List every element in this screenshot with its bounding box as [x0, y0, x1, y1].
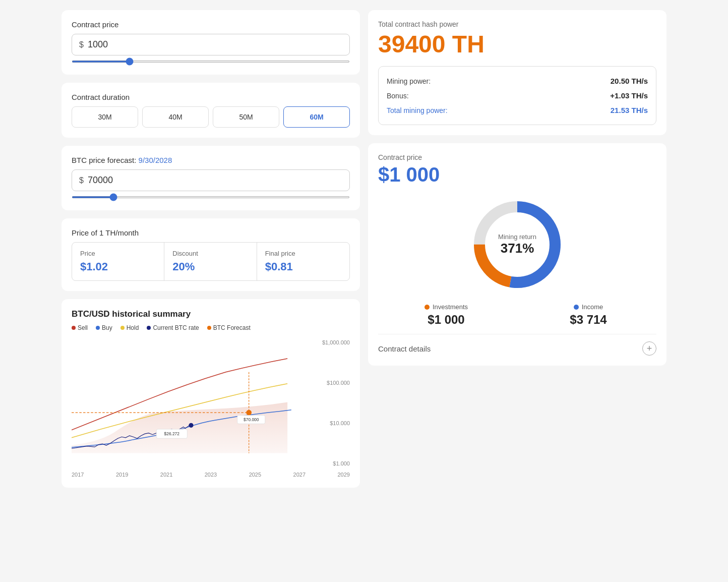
cp-value: $1 000	[378, 163, 656, 186]
cp-label: Contract price	[378, 153, 656, 161]
btc-forecast-currency: $	[79, 176, 84, 185]
contract-price-label: Contract price	[72, 20, 350, 29]
svg-text:$70.000: $70.000	[244, 417, 259, 422]
legend-hold-dot	[120, 326, 125, 330]
legend-current-dot	[147, 326, 151, 330]
legend-hold: Hold	[120, 324, 139, 331]
mining-power-row: Mining power: 20.50 TH/s	[387, 74, 648, 88]
chart-title: BTC/USD historical summary	[72, 309, 350, 319]
contract-price-slider[interactable]	[72, 61, 350, 63]
income-legend-label: Income	[582, 303, 603, 311]
income-legend: Income	[520, 303, 656, 311]
investments-item: Investments $1 000	[378, 303, 514, 327]
legend-btc-forecast: BTC Forecast	[207, 324, 251, 331]
duration-40m[interactable]: 40M	[142, 106, 209, 128]
btc-forecast-label: BTC price forecast: 9/30/2028	[72, 156, 350, 164]
th-price-discount-cell: Discount 20%	[164, 243, 257, 280]
mining-power-label: Mining power:	[387, 77, 431, 85]
contract-details-label: Contract details	[378, 344, 431, 353]
bonus-label: Bonus:	[387, 92, 409, 100]
investments-legend-label: Investments	[433, 303, 468, 311]
legend-forecast-dot	[207, 326, 211, 330]
investments-dot	[424, 305, 430, 310]
contract-price-right-card: Contract price $1 000 Mining return 371%	[368, 143, 666, 366]
legend-buy-dot	[96, 326, 100, 330]
hash-power-value: 39400 TH	[378, 30, 656, 58]
btc-forecast-date-link[interactable]: 9/30/2028	[139, 156, 172, 164]
duration-50m[interactable]: 50M	[213, 106, 279, 128]
contract-details-expand-button[interactable]: +	[642, 341, 656, 356]
total-mining-label: Total mining power:	[387, 106, 448, 114]
chart-wrapper: $26.272 $70.000 $1,000.000 $100.000 $10.…	[72, 337, 350, 469]
btc-forecast-input[interactable]	[88, 175, 342, 186]
th-price-grid: Price $1.02 Discount 20% Final price $0.…	[72, 242, 350, 281]
legend-current-label: Current BTC rate	[153, 324, 199, 331]
legend-hold-label: Hold	[127, 324, 139, 331]
th-price-discount-value: 20%	[172, 260, 248, 273]
legend-sell: Sell	[72, 324, 88, 331]
y-axis-labels: $1,000.000 $100.000 $10.000 $1.000	[315, 337, 350, 469]
total-mining-row: Total mining power: 21.53 TH/s	[387, 103, 648, 118]
th-price-final-cell: Final price $0.81	[257, 243, 349, 280]
income-item: Income $3 714	[520, 303, 656, 327]
contract-duration-label: Contract duration	[72, 93, 350, 101]
svg-text:$26.272: $26.272	[164, 431, 180, 436]
duration-60m[interactable]: 60M	[283, 106, 350, 128]
contract-details-row: Contract details +	[378, 334, 656, 356]
x-label-2019: 2019	[116, 472, 128, 478]
x-label-2017: 2017	[72, 472, 84, 478]
mining-info-box: Mining power: 20.50 TH/s Bonus: +1.03 TH…	[378, 66, 656, 125]
legend-sell-dot	[72, 326, 76, 330]
chart-svg: $26.272 $70.000	[72, 337, 311, 469]
legend-current-btc: Current BTC rate	[147, 324, 199, 331]
investments-legend: Investments	[378, 303, 514, 311]
th-price-price-value: $1.02	[80, 260, 156, 273]
donut-center-value: 371%	[498, 241, 536, 256]
y-label-1: $1,000.000	[315, 339, 350, 345]
chart-area: $26.272 $70.000	[72, 337, 311, 469]
th-price-price-cell: Price $1.02	[72, 243, 164, 280]
legend-buy: Buy	[96, 324, 112, 331]
x-label-2025: 2025	[249, 472, 261, 478]
income-amount: $3 714	[520, 313, 656, 327]
th-price-discount-label: Discount	[172, 250, 248, 257]
x-label-2027: 2027	[293, 472, 306, 478]
current-btc-dot	[189, 423, 193, 428]
y-label-3: $10.000	[315, 420, 350, 426]
total-mining-value: 21.53 TH/s	[611, 106, 648, 114]
th-price-final-value: $0.81	[265, 260, 341, 273]
x-label-2029: 2029	[337, 472, 349, 478]
investments-amount: $1 000	[378, 313, 514, 327]
duration-grid: 30M 40M 50M 60M	[72, 106, 350, 128]
contract-price-input-wrapper: $	[72, 34, 350, 55]
th-price-final-label: Final price	[265, 250, 341, 257]
hash-power-card: Total contract hash power 39400 TH Minin…	[368, 10, 666, 135]
donut-container: Mining return 371%	[378, 194, 656, 295]
bonus-value: +1.03 TH/s	[610, 91, 648, 100]
donut-center-label: Mining return	[498, 233, 536, 241]
contract-price-input[interactable]	[88, 39, 342, 50]
bonus-row: Bonus: +1.03 TH/s	[387, 88, 648, 103]
x-axis-labels: 2017 2019 2021 2023 2025 2027 2029	[72, 472, 350, 478]
legend-buy-label: Buy	[102, 324, 112, 331]
x-label-2023: 2023	[205, 472, 217, 478]
donut-center: Mining return 371%	[498, 233, 536, 256]
mining-power-value: 20.50 TH/s	[611, 77, 648, 85]
th-price-label: Price of 1 TH/month	[72, 228, 350, 237]
investment-income-grid: Investments $1 000 Income $3 714	[378, 303, 656, 327]
legend-sell-label: Sell	[78, 324, 88, 331]
btc-forecast-input-wrapper: $	[72, 169, 350, 191]
forecast-dot	[246, 410, 252, 416]
duration-30m[interactable]: 30M	[72, 106, 138, 128]
btc-chart-card: BTC/USD historical summary Sell Buy Hold…	[62, 299, 360, 488]
btc-forecast-slider[interactable]	[72, 196, 350, 198]
hash-power-label: Total contract hash power	[378, 20, 656, 28]
y-label-4: $1.000	[315, 460, 350, 467]
contract-price-currency: $	[79, 40, 84, 49]
chart-legend: Sell Buy Hold Current BTC rate BTC Forec…	[72, 324, 350, 331]
income-dot	[574, 305, 579, 310]
y-label-2: $100.000	[315, 380, 350, 386]
th-price-price-label: Price	[80, 250, 156, 257]
legend-forecast-label: BTC Forecast	[213, 324, 251, 331]
x-label-2021: 2021	[160, 472, 172, 478]
